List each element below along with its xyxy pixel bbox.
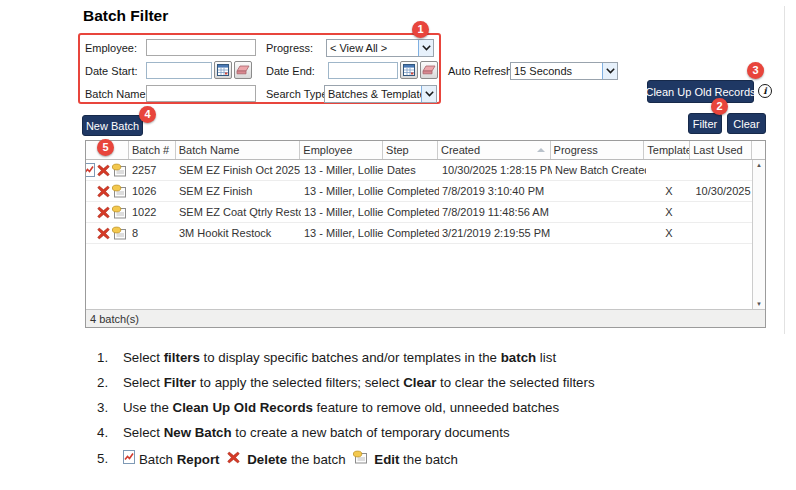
batch-report-icon[interactable] xyxy=(86,163,95,177)
cell-employee: 13 - Miller, Lollie xyxy=(301,227,384,239)
cell-created: 7/8/2019 3:10:40 PM xyxy=(439,185,552,197)
status-bar: 4 batch(s) xyxy=(86,309,765,327)
legend-item-number: 4. xyxy=(97,425,113,441)
cell-step: Completed xyxy=(384,227,439,239)
table-row[interactable]: 1022SEM EZ Coat Qtrly Restock13 - Miller… xyxy=(86,202,765,223)
legend-text: feature to remove old, unneeded batches xyxy=(313,400,559,415)
batch-filter-page: Batch Filter 1 Employee: Progress: < Vie… xyxy=(0,0,796,490)
legend-bold-text: batch xyxy=(501,350,536,365)
callout-3-badge: 3 xyxy=(747,62,764,79)
legend-item: 3.Use the Clean Up Old Records feature t… xyxy=(97,400,737,416)
row-actions-cell xyxy=(86,184,129,198)
legend-item-number: 1. xyxy=(97,350,113,366)
table-row[interactable]: 2257SEM EZ Finish Oct 202513 - Miller, L… xyxy=(86,160,765,181)
legend-item-text: Select Filter to apply the selected filt… xyxy=(123,375,595,391)
cell-batch-num: 1026 xyxy=(129,185,176,197)
column-header-batch-name[interactable]: Batch Name xyxy=(176,141,301,159)
column-header-batch-[interactable]: Batch # xyxy=(129,141,176,159)
column-header-step[interactable]: Step xyxy=(383,141,438,159)
table-row[interactable]: 83M Hookit Restock13 - Miller, LollieCom… xyxy=(86,223,765,244)
table-header: Batch #Batch NameEmployeeStepCreatedProg… xyxy=(86,141,765,160)
new-batch-button[interactable]: New Batch xyxy=(82,115,143,136)
table-row[interactable]: 1026SEM EZ Finish13 - Miller, LollieComp… xyxy=(86,181,765,202)
delete-batch-icon[interactable] xyxy=(97,185,110,198)
row-actions-cell xyxy=(86,226,129,240)
scroll-up-icon[interactable]: ▲ xyxy=(756,162,762,168)
column-header-template[interactable]: Template xyxy=(644,141,690,159)
auto-refresh-dropdown[interactable]: 15 Seconds xyxy=(510,62,618,80)
cell-batch-num: 1022 xyxy=(129,206,176,218)
search-type-label: Search Type: xyxy=(266,88,331,100)
clean-up-old-records-button[interactable]: Clean Up Old Records xyxy=(647,80,754,103)
column-header-label: Template xyxy=(647,144,690,156)
legend-item: 4.Select New Batch to create a new batch… xyxy=(97,425,737,441)
date-end-input[interactable] xyxy=(328,62,398,79)
chevron-down-icon[interactable] xyxy=(418,40,433,56)
clear-button[interactable]: Clear xyxy=(727,113,766,134)
search-type-selected-value: Batches & Templates xyxy=(325,88,421,100)
employee-input[interactable] xyxy=(146,39,256,56)
date-start-input[interactable] xyxy=(146,62,212,79)
legend-item-text: Batch Report Delete the batch Edit the b… xyxy=(123,450,458,468)
delete-batch-icon[interactable] xyxy=(97,164,110,177)
cell-batch-num: 2257 xyxy=(129,164,176,176)
callout-1-badge: 1 xyxy=(412,21,429,38)
legend-item-number: 2. xyxy=(97,375,113,391)
search-type-dropdown[interactable]: Batches & Templates xyxy=(324,85,437,103)
date-end-calendar-button[interactable] xyxy=(400,61,418,79)
column-header-created[interactable]: Created xyxy=(438,141,551,159)
column-header-last-used[interactable]: Last Used xyxy=(690,141,752,159)
date-start-clear-button[interactable] xyxy=(234,61,252,79)
date-start-calendar-button[interactable] xyxy=(214,61,232,79)
row-actions-cell xyxy=(86,163,129,177)
edit-batch-icon[interactable] xyxy=(112,163,126,177)
cell-employee: 13 - Miller, Lollie xyxy=(301,185,384,197)
legend-text: list xyxy=(536,350,556,365)
legend-text: the batch xyxy=(399,452,457,467)
cell-progress: New Batch Created xyxy=(552,164,646,176)
batch-count: 4 batch(s) xyxy=(90,313,139,325)
legend-item: 1.Select filters to display specific bat… xyxy=(97,350,737,366)
column-header-scroll-spacer xyxy=(752,141,765,159)
delete-batch-icon[interactable] xyxy=(97,227,110,240)
legend-bold-text: Filter xyxy=(164,375,197,390)
callout-2-badge: 2 xyxy=(711,98,728,115)
cell-batch-name: SEM EZ Coat Qtrly Restock xyxy=(176,206,301,218)
legend-list: 1.Select filters to display specific bat… xyxy=(97,350,737,477)
column-header-label: Step xyxy=(386,144,409,156)
calendar-icon xyxy=(403,64,415,76)
filter-button[interactable]: Filter xyxy=(688,113,722,134)
delete-batch-icon[interactable] xyxy=(97,206,110,219)
date-end-label: Date End: xyxy=(266,65,315,77)
cell-template: X xyxy=(646,206,692,218)
cell-batch-num: 8 xyxy=(129,227,176,239)
batch-name-input[interactable] xyxy=(146,85,256,102)
cell-template: X xyxy=(646,227,692,239)
progress-dropdown[interactable]: < View All > xyxy=(326,39,434,57)
scroll-down-icon[interactable]: ▼ xyxy=(756,301,762,307)
legend-bold-text: Delete xyxy=(247,452,287,467)
cell-created: 10/30/2025 1:28:15 PM xyxy=(439,164,552,176)
eraser-icon xyxy=(422,65,436,76)
edit-batch-icon[interactable] xyxy=(112,184,126,198)
edit-batch-icon[interactable] xyxy=(112,205,126,219)
employee-label: Employee: xyxy=(85,42,137,54)
column-header-progress[interactable]: Progress xyxy=(551,141,645,159)
batch-report-icon xyxy=(123,450,135,464)
info-icon[interactable]: i xyxy=(758,84,772,98)
cell-batch-name: 3M Hookit Restock xyxy=(176,227,301,239)
date-end-clear-button[interactable] xyxy=(420,61,438,79)
vertical-scrollbar[interactable]: ▲ ▼ xyxy=(752,160,765,309)
row-actions-cell xyxy=(86,205,129,219)
chevron-down-icon[interactable] xyxy=(421,86,436,102)
cell-employee: 13 - Miller, Lollie xyxy=(301,164,384,176)
legend-bold-text: filters xyxy=(164,350,200,365)
legend-text: to display specific batches and/or templ… xyxy=(200,350,501,365)
legend-text: to apply the selected filters; select xyxy=(196,375,403,390)
cell-batch-name: SEM EZ Finish Oct 2025 xyxy=(176,164,301,176)
chevron-down-icon[interactable] xyxy=(602,63,617,79)
edit-batch-icon[interactable] xyxy=(112,226,126,240)
column-header-employee[interactable]: Employee xyxy=(300,141,383,159)
legend-text: to create a new batch of temporary docum… xyxy=(232,425,510,440)
column-header-label: Employee xyxy=(303,144,352,156)
